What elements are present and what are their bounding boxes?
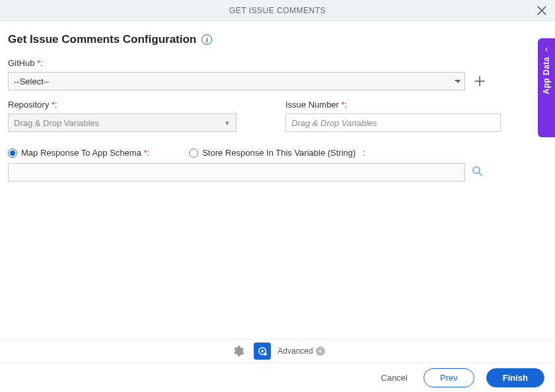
close-icon [537,6,546,15]
titlebar: GET ISSUE COMMENTS [0,0,555,21]
repository-combo[interactable]: Drag & Drop Variables ▼ [8,114,237,132]
issue-number-field: Issue Number *: [285,100,547,132]
dialog-title: GET ISSUE COMMENTS [229,6,326,15]
issue-number-label: Issue Number *: [285,100,547,110]
github-label: GitHub *: [8,58,547,68]
plus-icon [474,76,485,86]
response-target-input[interactable] [8,163,465,181]
close-button[interactable] [534,3,550,18]
response-mode-group: Map Response To App Schema *: Store Resp… [8,148,547,158]
connection-icon [256,345,268,357]
footer: Cancel Prev Finish [0,363,555,392]
info-icon[interactable]: i [202,34,212,45]
repository-field: Repository *: Drag & Drop Variables ▼ [8,100,270,132]
search-icon [472,166,482,176]
issue-number-input[interactable] [285,114,501,132]
chevron-left-icon: ‹ [545,44,548,54]
config-form: Get Issue Comments Configuration i GitHu… [0,21,555,181]
lookup-button[interactable] [472,166,482,179]
svg-point-2 [261,350,264,352]
repository-label: Repository *: [8,100,270,110]
store-response-radio-input[interactable] [189,148,198,158]
page-heading: Get Issue Comments Configuration [8,33,196,46]
gear-icon [233,345,244,357]
map-response-radio-input[interactable] [8,148,17,158]
advanced-toggle[interactable]: Advanced + [278,346,324,356]
chevron-down-icon: ▼ [224,119,231,127]
app-data-label: App Data [542,57,551,94]
heading-row: Get Issue Comments Configuration i [8,33,547,46]
connection-button[interactable] [254,343,271,360]
map-response-radio[interactable]: Map Response To App Schema *: [8,148,149,158]
add-github-button[interactable] [472,73,488,89]
settings-button[interactable] [230,343,247,360]
finish-button[interactable]: Finish [486,368,544,387]
svg-point-3 [264,352,268,356]
store-response-radio[interactable]: Store Response In This Variable (String)… [189,148,365,158]
plus-circle-icon: + [316,346,325,356]
github-select[interactable]: --Select-- [8,72,465,90]
prev-button[interactable]: Prev [424,368,474,387]
app-data-panel-toggle[interactable]: ‹ App Data [538,38,555,137]
github-field: GitHub *: --Select-- [8,58,547,90]
cancel-button[interactable]: Cancel [377,372,412,383]
repository-placeholder: Drag & Drop Variables [14,118,99,128]
bottom-toolbar: Advanced + [0,339,555,363]
